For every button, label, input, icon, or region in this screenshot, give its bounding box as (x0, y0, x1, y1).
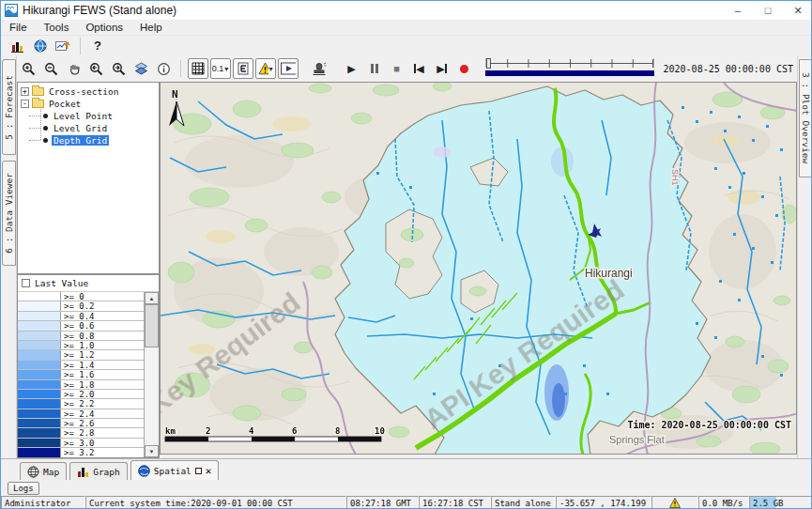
tab-graph[interactable]: Graph (69, 462, 128, 480)
legend-row[interactable]: >= 1.6 (18, 370, 144, 379)
warning-threshold-dropdown[interactable]: ▾ (255, 58, 276, 79)
record-button[interactable] (454, 58, 475, 79)
legend-swatch (18, 312, 61, 320)
label-toggle-button[interactable] (233, 58, 253, 79)
layers-button[interactable] (130, 58, 151, 79)
map-toolbar: 0.1 ▾ ▾ ▶ ■ ◀ ▶ 2 (17, 55, 797, 82)
legend-row[interactable]: >= 0.6 (18, 321, 144, 331)
legend-row[interactable]: >= 0.8 (18, 332, 144, 341)
legend-row[interactable]: >= 2.6 (18, 419, 144, 428)
pan-button[interactable] (63, 58, 84, 79)
time-slider-track[interactable] (485, 58, 654, 68)
tree-item[interactable]: Level Grid (18, 122, 159, 134)
scroll-up-icon[interactable]: ▲ (145, 292, 159, 304)
spatial-display-button[interactable] (53, 36, 73, 56)
tree-expander-icon[interactable]: - (21, 100, 29, 108)
legend-row[interactable]: >= 1.2 (18, 350, 144, 360)
zoom-out-button[interactable] (40, 58, 61, 79)
help-button[interactable]: ? (87, 36, 108, 56)
tree-item[interactable]: Depth Grid (18, 134, 159, 147)
zoom-in-button[interactable] (18, 58, 38, 79)
main-toolbar: ? (1, 36, 812, 55)
info-button[interactable] (153, 58, 174, 79)
skip-to-end-button[interactable]: ▶ (432, 58, 452, 79)
legend-row[interactable]: >= 3.0 (18, 439, 144, 448)
legend-swatch (18, 301, 61, 310)
status-warning-cell[interactable] (651, 496, 698, 509)
scrollbar-thumb[interactable] (145, 304, 159, 347)
legend-table: >= 0>= 0.2>= 0.4>= 0.6>= 0.8>= 1.0>= 1.2… (18, 292, 145, 457)
last-value-label: Last Value (35, 278, 88, 288)
close-tab-icon[interactable]: ✕ (206, 466, 212, 476)
legend-row[interactable]: >= 1.4 (18, 361, 144, 370)
chevron-down-icon: ▾ (224, 65, 228, 73)
legend-scrollbar[interactable]: ▲ ▼ (145, 292, 159, 457)
database-display-button[interactable] (8, 36, 28, 56)
logs-row: Logs (1, 480, 812, 496)
legend-row[interactable]: >= 0 (18, 292, 144, 301)
contour-interval-dropdown[interactable]: 0.1 ▾ (210, 58, 231, 79)
legend-row[interactable]: >= 0.2 (18, 301, 144, 311)
legend-row[interactable]: >= 1.0 (18, 341, 144, 350)
tree-item[interactable]: -Pocket (18, 98, 159, 110)
tree-expander-icon[interactable]: + (21, 87, 29, 96)
legend-row[interactable]: >= 2.4 (18, 409, 144, 419)
snapshot-stamp-button[interactable] (309, 58, 329, 79)
pause-button[interactable] (364, 58, 385, 79)
map-canvas[interactable]: API Key Required API Key Required Hikura… (161, 83, 797, 455)
scroll-down-icon[interactable]: ▼ (145, 445, 159, 457)
tab-forecast[interactable]: 5 : Forecast (2, 59, 16, 155)
record-icon (460, 65, 468, 73)
animation-player-button[interactable] (278, 58, 299, 79)
minimize-icon[interactable]: – (723, 1, 753, 20)
stop-button[interactable]: ■ (387, 58, 407, 79)
logs-button[interactable]: Logs (8, 482, 39, 495)
menu-tools[interactable]: Tools (36, 22, 78, 33)
tab-map[interactable]: Map (20, 462, 67, 480)
close-icon[interactable]: ✕ (783, 1, 812, 20)
map-display-button[interactable] (30, 36, 51, 56)
time-slider-handle[interactable] (486, 58, 491, 69)
svg-text:10: 10 (375, 426, 385, 436)
tree-item-label: Depth Grid (52, 135, 109, 146)
legend-panel: Last Value >= 0>= 0.2>= 0.4>= 0.6>= 0.8>… (17, 274, 160, 458)
tab-spatial-label: Spatial (154, 466, 192, 476)
menu-help[interactable]: Help (131, 22, 171, 33)
scrollbar-track[interactable] (145, 347, 159, 445)
zoom-next-button[interactable] (108, 58, 129, 79)
tab-map-label: Map (43, 467, 59, 477)
menu-options[interactable]: Options (77, 22, 131, 33)
skip-to-start-button[interactable]: ◀ (409, 58, 430, 79)
grid-toggle-button[interactable] (188, 58, 208, 79)
legend-row[interactable]: >= 3.2 (18, 448, 144, 457)
wireframe-globe-icon (27, 466, 39, 478)
tab-plot-overview[interactable]: 3 : Plot Overview (799, 59, 812, 177)
menu-file[interactable]: File (1, 22, 36, 33)
play-button[interactable]: ▶ (342, 58, 362, 79)
tab-spatial[interactable]: Spatial ✕ (130, 460, 220, 480)
left-tab-strip: 5 : Forecast 6 : Data Viewer (1, 55, 17, 458)
maximize-tab-icon[interactable] (195, 468, 202, 474)
tree-item[interactable]: Level Point (18, 110, 159, 122)
time-slider[interactable] (485, 58, 654, 79)
maximize-icon[interactable]: □ (753, 1, 783, 20)
last-value-checkbox[interactable] (22, 279, 30, 287)
legend-row[interactable]: >= 2.0 (18, 390, 144, 399)
app-logo-icon[interactable] (5, 4, 18, 17)
tree-item[interactable]: +Cross-section (18, 85, 159, 98)
status-memory[interactable]: 2.5 GB (749, 496, 812, 509)
grid-icon (192, 62, 205, 75)
status-bar: Administrator Current system time:2020-0… (1, 496, 812, 509)
timeline-span-bar[interactable] (485, 70, 654, 76)
legend-label: >= 1.0 (61, 341, 144, 349)
zoom-previous-button[interactable] (85, 58, 106, 79)
tab-data-viewer[interactable]: 6 : Data Viewer (2, 161, 16, 266)
legend-row[interactable]: >= 2.8 (18, 428, 144, 438)
legend-label: >= 0.8 (61, 332, 144, 340)
legend-row[interactable]: >= 0.4 (18, 312, 144, 321)
legend-swatch (18, 332, 61, 340)
skip-start-icon: ◀ (414, 64, 423, 74)
legend-row[interactable]: >= 1.8 (18, 380, 144, 390)
legend-swatch (18, 439, 61, 447)
legend-row[interactable]: >= 2.2 (18, 399, 144, 409)
